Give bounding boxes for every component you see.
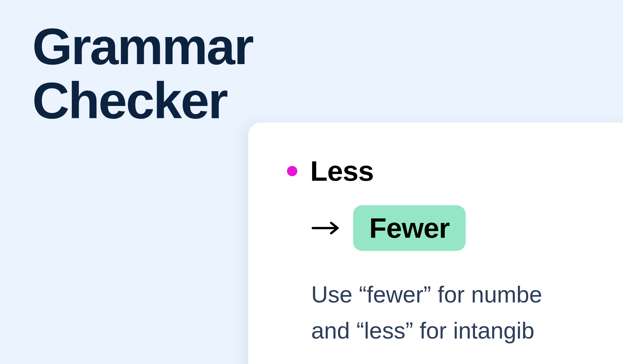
dot-indicator-icon xyxy=(287,166,297,176)
correction-row: Fewer xyxy=(311,205,623,251)
suggestion-header: Less xyxy=(287,155,623,187)
title-line-2: Checker xyxy=(32,72,227,129)
explanation-text: Use “fewer” for numbe and “less” for int… xyxy=(311,277,623,349)
page-title: Grammar Checker xyxy=(32,19,252,128)
title-line-1: Grammar xyxy=(32,17,252,75)
suggestion-card[interactable]: Less Fewer Use “fewer” for numbe and “le… xyxy=(248,122,623,364)
arrow-right-icon xyxy=(311,222,340,235)
explanation-line-2: and “less” for intangib xyxy=(311,318,534,343)
correct-word-pill[interactable]: Fewer xyxy=(353,205,466,251)
incorrect-word: Less xyxy=(310,155,374,187)
explanation-line-1: Use “fewer” for numbe xyxy=(311,282,542,307)
